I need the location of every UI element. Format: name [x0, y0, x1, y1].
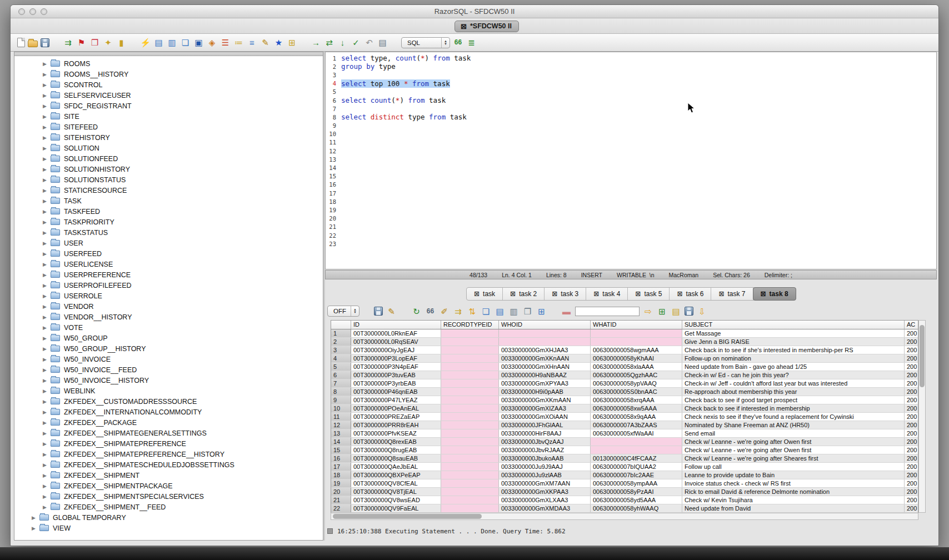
editor-line[interactable]: 7	[326, 104, 936, 113]
sidebar-item-user[interactable]: ▶USER	[14, 238, 323, 248]
table-row[interactable]: 2200T3000000QV9FaEAL0033000000GmXMDAA300…	[331, 504, 918, 513]
editor-line[interactable]: 4select top 100 * from task	[326, 79, 936, 88]
sidebar-item-scontrol[interactable]: ▶SCONTROL	[14, 79, 323, 90]
sidebar-item-vendor-history[interactable]: ▶VENDOR__HISTORY	[14, 312, 323, 322]
copy-table-icon[interactable]: ⊞	[536, 306, 547, 317]
describe-results-icon[interactable]: ▤	[495, 306, 505, 317]
swap-statement-icon[interactable]: ⇄	[324, 37, 334, 48]
disclosure-triangle-icon[interactable]: ▶	[43, 283, 51, 288]
disclosure-triangle-icon[interactable]: ▶	[43, 114, 51, 119]
table-row[interactable]: 1900T3000000QV8CfEAL0033000000GmXM7AAN00…	[331, 479, 918, 488]
sidebar-item-zkfedex-shipmentspecialservices[interactable]: ▶ZKFEDEX__SHIPMENTSPECIALSERVICES	[14, 491, 323, 502]
table-row[interactable]: 1200T3000000PRR8rEAH0033000000JFhGlAAL00…	[331, 421, 918, 429]
editor-line[interactable]: 9	[326, 122, 936, 130]
editor-line[interactable]: 14	[326, 163, 936, 172]
results-tab-task-6[interactable]: ⊠task 6	[670, 288, 711, 300]
edit-sql-icon[interactable]: ✎	[260, 37, 271, 48]
format-sql-icon[interactable]: ≡	[247, 37, 257, 48]
book-orange-icon[interactable]: ◈	[207, 37, 217, 48]
describe-table-icon[interactable]: ▤	[153, 37, 164, 48]
sort-rows-icon[interactable]: ⇅	[467, 306, 477, 317]
find-next-icon[interactable]: ⇨	[643, 306, 653, 317]
sidebar-item-solution[interactable]: ▶SOLUTION	[14, 143, 323, 153]
editor-line[interactable]: 8select distinct type from task	[326, 113, 936, 121]
table-row[interactable]: 400T3000000P3LopEAF0033000000GmXKnAAN006…	[331, 354, 918, 363]
editor-line[interactable]: 11	[326, 138, 936, 147]
open-file-icon[interactable]	[28, 41, 38, 47]
editor-line[interactable]: 16	[326, 181, 936, 189]
sidebar-item-zkfedex-shipment-feed[interactable]: ▶ZKFEDEX__SHIPMENT__FEED	[14, 502, 323, 512]
editor-line[interactable]: 12	[326, 147, 936, 155]
disclosure-triangle-icon[interactable]: ▶	[43, 304, 51, 309]
refresh-objects-icon[interactable]: ❏	[180, 37, 191, 48]
disclosure-triangle-icon[interactable]: ▶	[43, 314, 51, 320]
disclosure-triangle-icon[interactable]: ▶	[43, 388, 51, 394]
disclosure-triangle-icon[interactable]: ▶	[43, 431, 51, 436]
history-list-icon[interactable]: ☰	[220, 37, 231, 48]
editor-line[interactable]: 10	[326, 130, 936, 138]
disclosure-triangle-icon[interactable]: ▶	[32, 526, 39, 531]
sidebar-item-task[interactable]: ▶TASK	[14, 196, 323, 206]
table-row[interactable]: 1000T3000000POeAnEAL0033000000GmXIZAA300…	[331, 404, 918, 413]
disclosure-triangle-icon[interactable]: ▶	[43, 82, 51, 88]
results-tab-task-3[interactable]: ⊠task 3	[545, 288, 586, 300]
disclosure-triangle-icon[interactable]: ▶	[43, 357, 51, 362]
sidebar-item-w50-invoice-history[interactable]: ▶W50_INVOICE__HISTORY	[14, 375, 323, 386]
new-file-icon[interactable]	[17, 38, 25, 47]
column-header-id[interactable]: ID	[351, 321, 441, 329]
disclosure-triangle-icon[interactable]: ▶	[43, 93, 51, 98]
table-row[interactable]: 300T3000000OiyJgEAJ0033000000GmXHJAA3006…	[331, 346, 918, 354]
disclosure-triangle-icon[interactable]: ▶	[43, 156, 51, 162]
disclosure-triangle-icon[interactable]: ▶	[43, 494, 51, 499]
editor-line[interactable]: 19	[326, 206, 936, 214]
sidebar-item-taskfeed[interactable]: ▶TASKFEED	[14, 206, 323, 217]
combo-stepper-icon[interactable]: ▲▼	[351, 306, 359, 316]
table-row[interactable]: 1300T3000000PfvKSEAZ0033000000HirF8AAJ00…	[331, 429, 918, 438]
table-row[interactable]: 600T3000000P3tuvEAB0033000000H9aNBAAZ006…	[331, 371, 918, 379]
database-icon[interactable]: ▮	[116, 37, 127, 48]
sidebar-item-zkfedex-internationalcommodity[interactable]: ▶ZKFEDEX__INTERNATIONALCOMMODITY	[14, 407, 323, 417]
disclosure-triangle-icon[interactable]: ▶	[43, 135, 51, 141]
table-row[interactable]: 800T3000000P46qnEAB0033000000H9i0pAAB006…	[331, 388, 918, 396]
sidebar-item-view[interactable]: ▶VIEW	[14, 523, 323, 533]
tab-close-icon[interactable]: ⊠	[761, 291, 766, 298]
disclosure-triangle-icon[interactable]: ▶	[43, 167, 51, 172]
disconnect-db-icon[interactable]: ⚑	[76, 37, 87, 48]
editor-line[interactable]: 22	[326, 231, 936, 239]
sidebar-item-zkfedex-shipmatescheduledjobssettings[interactable]: ▶ZKFEDEX__SHIPMATESCHEDULEDJOBSSETTINGS	[14, 459, 323, 470]
disclosure-triangle-icon[interactable]: ▶	[43, 346, 51, 352]
disclosure-triangle-icon[interactable]: ▶	[43, 441, 51, 447]
sidebar-item-selfserviceuser[interactable]: ▶SELFSERVICEUSER	[14, 90, 323, 101]
results-tab-task[interactable]: ⊠task	[467, 288, 503, 300]
sidebar-top-scrollbar[interactable]	[14, 52, 323, 56]
sidebar-item-rooms-history[interactable]: ▶ROOMS__HISTORY	[14, 69, 323, 79]
disclosure-triangle-icon[interactable]: ▶	[43, 293, 51, 299]
table-row[interactable]: 1800T3000000QBXPeEAP0033000000Ju9zlAAB00…	[331, 471, 918, 479]
disclosure-triangle-icon[interactable]: ▶	[43, 378, 51, 383]
save-results-2-icon[interactable]	[685, 307, 693, 316]
view-results-icon[interactable]: 66	[453, 37, 463, 48]
disclosure-triangle-icon[interactable]: ▶	[43, 325, 51, 331]
results-tab-task-2[interactable]: ⊠task 2	[503, 288, 545, 300]
sidebar-item-solutionstatus[interactable]: ▶SOLUTIONSTATUS	[14, 174, 323, 185]
disclosure-triangle-icon[interactable]: ▶	[43, 124, 51, 130]
editor-line[interactable]: 18	[326, 197, 936, 206]
sidebar-item-sfdc-registrant[interactable]: ▶SFDC_REGISTRANT	[14, 101, 323, 111]
table-row[interactable]: 1600T3000000Q8sauEAB0033000000JbukoAAB00…	[331, 454, 918, 463]
tab-close-icon[interactable]: ⊠	[510, 291, 516, 298]
column-header-whoid[interactable]: WHOID	[499, 321, 591, 329]
sidebar-item-solutionfeed[interactable]: ▶SOLUTIONFEED	[14, 153, 323, 164]
editor-line[interactable]: 20	[326, 214, 936, 223]
disclosure-triangle-icon[interactable]: ▶	[43, 367, 51, 373]
sidebar-item-zkfedex-shipmategeneralsettings[interactable]: ▶ZKFEDEX__SHIPMATEGENERALSETTINGS	[14, 428, 323, 438]
column-header-whatid[interactable]: WHATID	[591, 321, 682, 329]
disclosure-triangle-icon[interactable]: ▶	[32, 515, 39, 521]
disclosure-triangle-icon[interactable]: ▶	[43, 251, 51, 257]
results-tab-task-7[interactable]: ⊠task 7	[711, 288, 753, 300]
editor-line[interactable]: 1select type, count(*) from task	[326, 54, 936, 62]
disclosure-triangle-icon[interactable]: ▶	[43, 72, 51, 77]
column-header-recordtypeid[interactable]: RECORDTYPEID	[441, 321, 499, 329]
sidebar-item-userpreference[interactable]: ▶USERPREFERENCE	[14, 269, 323, 280]
disclosure-triangle-icon[interactable]: ▶	[43, 409, 51, 415]
table-row[interactable]: 100T3000000L0RknEAFGet Massage200	[331, 329, 918, 338]
